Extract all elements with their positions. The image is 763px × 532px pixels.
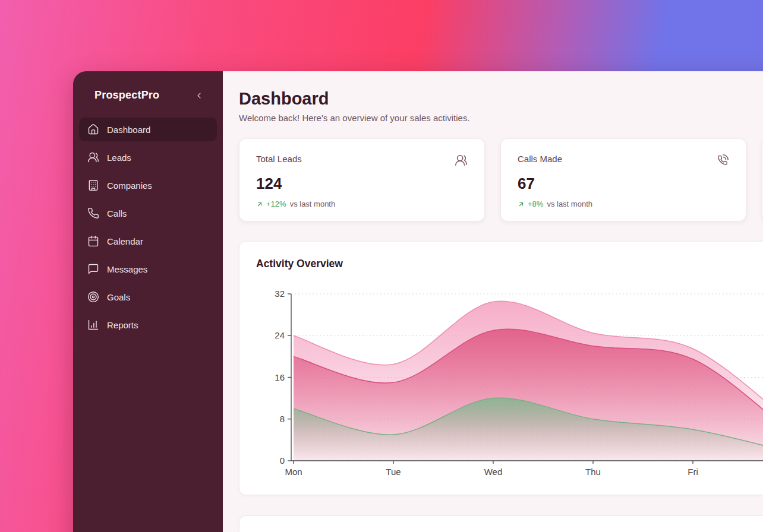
svg-text:24: 24 xyxy=(275,330,285,340)
svg-text:Mon: Mon xyxy=(285,467,302,477)
stats-row: Total Leads 124 +12% vs last month Call xyxy=(239,138,763,221)
sidebar-item-label: Leads xyxy=(107,153,131,163)
sidebar-item-label: Goals xyxy=(107,292,130,302)
stat-label: Total Leads xyxy=(256,154,302,164)
bar-chart-icon xyxy=(87,319,99,331)
sidebar-item-label: Calls xyxy=(107,208,127,218)
phone-call-icon xyxy=(716,154,729,169)
trend-label: vs last month xyxy=(290,200,336,208)
chart-title: Activity Overview xyxy=(256,258,763,270)
sidebar-item-messages[interactable]: Messages xyxy=(79,257,217,281)
page-title: Dashboard xyxy=(239,89,763,109)
stat-label: Calls Made xyxy=(518,154,562,164)
app-logo: ProspectPro xyxy=(94,89,159,102)
stat-value: 124 xyxy=(256,175,468,193)
trend-value: +8% xyxy=(528,200,543,208)
stat-card-total-leads: Total Leads 124 +12% vs last month xyxy=(239,138,485,221)
stat-value: 67 xyxy=(518,175,729,193)
bottom-card-partial xyxy=(239,515,763,532)
sidebar-item-dashboard[interactable]: Dashboard xyxy=(79,118,217,141)
svg-text:32: 32 xyxy=(275,289,285,299)
phone-icon xyxy=(87,207,99,219)
stat-card-calls-made: Calls Made 67 +8% vs last month xyxy=(500,138,746,221)
main-content: Dashboard Welcome back! Here's an overvi… xyxy=(223,71,763,532)
sidebar-item-label: Calendar xyxy=(107,236,143,246)
sidebar: ProspectPro Dashboard Leads Companies Ca… xyxy=(73,71,223,532)
stat-trend: +8% vs last month xyxy=(518,200,729,208)
sidebar-item-label: Messages xyxy=(107,264,147,274)
app-window: ProspectPro Dashboard Leads Companies Ca… xyxy=(73,71,763,532)
trend-value: +12% xyxy=(266,200,286,208)
sidebar-nav: Dashboard Leads Companies Calls Calendar… xyxy=(73,118,223,337)
trend-label: vs last month xyxy=(547,200,592,208)
message-square-icon xyxy=(87,263,99,275)
building-icon xyxy=(87,179,99,191)
page-subtitle: Welcome back! Here's an overview of your… xyxy=(239,113,763,123)
activity-area-chart: 08162432MonTueWedThuFriSat xyxy=(256,278,763,480)
arrow-up-right-icon xyxy=(256,201,263,208)
collapse-sidebar-button[interactable] xyxy=(193,90,205,102)
chevron-left-icon xyxy=(194,91,204,100)
sidebar-item-label: Dashboard xyxy=(107,125,150,135)
stat-trend: +12% vs last month xyxy=(256,200,468,208)
sidebar-item-label: Companies xyxy=(107,180,152,191)
svg-text:0: 0 xyxy=(280,455,285,466)
sidebar-item-goals[interactable]: Goals xyxy=(79,285,217,309)
sidebar-item-label: Reports xyxy=(107,320,138,330)
sidebar-item-calls[interactable]: Calls xyxy=(79,201,217,225)
desktop-background: { "app": { "name": "ProspectPro" }, "sid… xyxy=(0,0,763,532)
sidebar-item-companies[interactable]: Companies xyxy=(79,173,217,197)
house-icon xyxy=(87,124,99,135)
svg-text:Wed: Wed xyxy=(484,467,503,477)
sidebar-item-leads[interactable]: Leads xyxy=(79,145,217,169)
svg-text:Tue: Tue xyxy=(386,467,401,477)
users-round-icon xyxy=(87,151,99,163)
svg-text:Fri: Fri xyxy=(688,467,698,477)
arrow-up-right-icon xyxy=(518,201,525,208)
sidebar-header: ProspectPro xyxy=(73,71,223,102)
sidebar-item-calendar[interactable]: Calendar xyxy=(79,229,217,253)
svg-text:8: 8 xyxy=(280,414,285,424)
target-icon xyxy=(87,291,99,303)
svg-text:Thu: Thu xyxy=(585,467,601,477)
sidebar-item-reports[interactable]: Reports xyxy=(79,313,217,337)
calendar-icon xyxy=(87,235,99,247)
svg-text:16: 16 xyxy=(275,372,285,382)
users-round-icon xyxy=(455,154,468,169)
activity-overview-card: Activity Overview 08162432MonTueWedThuFr… xyxy=(239,241,763,495)
